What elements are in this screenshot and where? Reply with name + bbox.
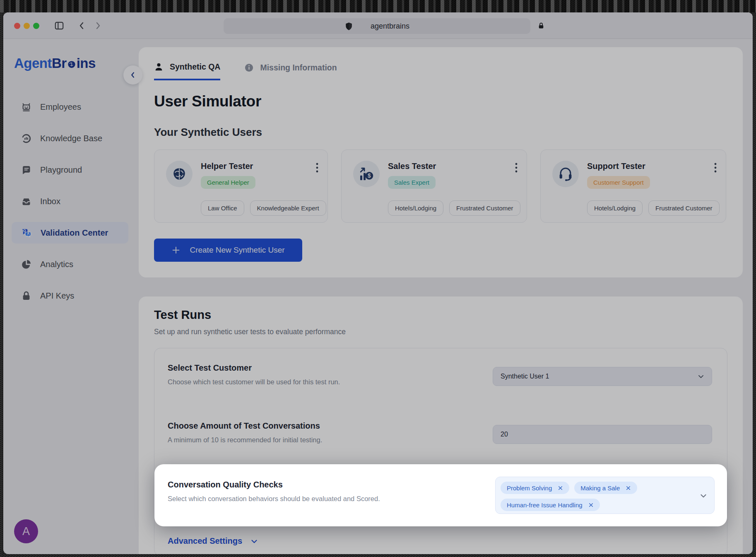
role-badge: Sales Expert <box>388 176 436 189</box>
conversation-amount-input-wrap <box>493 425 712 444</box>
chevron-down-icon <box>250 537 259 546</box>
chevron-down-icon <box>697 372 705 381</box>
sidebar-item-playground[interactable]: Playground <box>12 159 128 181</box>
qa-bubbles-icon: Q A <box>21 227 32 239</box>
zoom-window-button[interactable] <box>33 23 39 29</box>
close-window-button[interactable] <box>14 23 20 29</box>
tab-synthetic-qa[interactable]: Synthetic QA <box>154 62 220 80</box>
address-bar[interactable]: agentbrains <box>224 18 530 34</box>
chip-human-free-issue-handling[interactable]: Human-free Issue Handling <box>501 499 600 511</box>
sidebar-item-employees[interactable]: Employees <box>12 96 128 118</box>
brain-puzzle-icon <box>166 161 193 187</box>
pie-chart-icon <box>21 259 32 270</box>
test-runs-panel: Test Runs Set up and run synthetic user … <box>139 297 743 554</box>
lock-icon <box>21 290 32 301</box>
sidebar-item-inbox[interactable]: Inbox <box>12 190 128 212</box>
role-badge: General Helper <box>201 176 255 189</box>
user-simulator-panel: Synthetic QA Missing Information User Si… <box>139 47 743 277</box>
user-tag: Frustrated Customer <box>449 200 520 216</box>
test-runs-subtitle: Set up and run synthetic user tests to e… <box>154 328 727 336</box>
sidebar-item-label: Playground <box>40 165 82 175</box>
shield-icon[interactable] <box>344 22 353 31</box>
sidebar-nav: Employees Knowledge Base <box>12 96 128 306</box>
remove-chip-icon[interactable] <box>588 502 594 508</box>
user-tag: Knowledgeable Expert <box>250 200 326 216</box>
browser-titlebar: agentbrains <box>3 12 753 39</box>
avatar-initial: A <box>22 525 30 538</box>
sidebar-item-label: Inbox <box>40 197 60 206</box>
sidebar-item-analytics[interactable]: Analytics <box>12 253 128 275</box>
selected-value: Synthetic User 1 <box>501 373 549 380</box>
chevron-down-icon[interactable] <box>699 491 708 500</box>
desktop-background: agentbrains AgentBr ins <box>0 0 756 557</box>
conversation-amount-row: Choose Amount of Test Conversations A mi… <box>154 406 727 464</box>
create-button-label: Create New Synthetic User <box>190 246 284 255</box>
user-tag: Frustrated Customer <box>648 200 720 216</box>
back-icon[interactable] <box>77 20 87 31</box>
chip-label: Problem Solving <box>507 485 552 492</box>
kebab-menu-icon[interactable] <box>515 162 518 173</box>
user-avatar[interactable]: A <box>14 519 38 543</box>
chip-making-a-sale[interactable]: Making a Sale <box>574 482 637 494</box>
tab-bar: Synthetic QA Missing Information <box>154 62 727 80</box>
synthetic-user-card-sales-tester[interactable]: $ Sales Tester Sales Expert <box>341 149 527 223</box>
robot-icon <box>21 101 32 113</box>
sidebar-item-api-keys[interactable]: API Keys <box>12 285 128 306</box>
chip-problem-solving[interactable]: Problem Solving <box>501 482 569 494</box>
sidebar-toggle-icon[interactable] <box>54 20 65 31</box>
svg-text:A: A <box>27 232 29 236</box>
lock-icon <box>537 21 545 30</box>
section-title-synthetic-users: Your Synthetic Users <box>154 126 727 139</box>
create-new-synthetic-user-button[interactable]: Create New Synthetic User <box>154 239 302 262</box>
app-sidebar: AgentBr ins <box>3 39 137 554</box>
synthetic-user-card-support-tester[interactable]: Support Tester Customer Support Hotels/L… <box>540 149 726 223</box>
tab-missing-information[interactable]: Missing Information <box>244 62 337 80</box>
browser-window: agentbrains AgentBr ins <box>3 12 753 554</box>
conversation-quality-checks-row: Conversation Quality Checks Select which… <box>154 464 727 526</box>
tab-label: Missing Information <box>260 63 337 72</box>
synthetic-user-name: Helper Tester <box>201 162 255 171</box>
sidebar-item-label: Validation Center <box>41 228 108 238</box>
chip-label: Human-free Issue Handling <box>507 502 583 509</box>
sidebar-item-label: Analytics <box>40 260 73 269</box>
agentbrains-logo: AgentBr ins <box>14 55 96 71</box>
sidebar-item-knowledge-base[interactable]: Knowledge Base <box>12 128 128 149</box>
user-tag: Hotels/Lodging <box>587 200 643 216</box>
select-test-customer-row: Select Test Customer Choose which test c… <box>154 348 727 406</box>
kebab-menu-icon[interactable] <box>316 162 318 173</box>
user-tag: Law Office <box>201 200 244 216</box>
chat-bubble-icon <box>21 164 32 176</box>
test-customer-select[interactable]: Synthetic User 1 <box>493 367 712 386</box>
sidebar-item-label: Knowledge Base <box>40 134 102 143</box>
minimize-window-button[interactable] <box>24 23 30 29</box>
kebab-menu-icon[interactable] <box>714 162 717 173</box>
synthetic-user-card-helper-tester[interactable]: Helper Tester General Helper Law Office … <box>154 149 328 223</box>
url-text: agentbrains <box>371 22 409 31</box>
test-runs-title: Test Runs <box>154 308 727 322</box>
tab-label: Synthetic QA <box>170 62 220 72</box>
sales-chart-icon: $ <box>353 161 380 187</box>
chevron-left-icon <box>128 70 137 80</box>
conversation-amount-input[interactable] <box>501 431 704 438</box>
page-title: User Simulator <box>154 93 727 110</box>
chip-label: Making a Sale <box>580 485 620 492</box>
plus-icon <box>171 246 181 255</box>
user-tag: Hotels/Lodging <box>388 200 443 216</box>
remove-chip-icon[interactable] <box>626 485 631 491</box>
person-icon <box>154 62 164 72</box>
advanced-settings-toggle[interactable]: Advanced Settings <box>154 526 727 554</box>
svg-text:$: $ <box>368 173 371 179</box>
sidebar-item-validation-center[interactable]: Q A Validation Center <box>12 222 128 244</box>
role-badge: Customer Support <box>587 176 650 189</box>
synthetic-user-name: Sales Tester <box>388 162 436 171</box>
background-noise-band <box>0 0 756 12</box>
logo-part-br: Br <box>52 55 67 71</box>
remove-chip-icon[interactable] <box>558 485 563 491</box>
info-icon <box>244 63 254 72</box>
inbox-tray-icon <box>21 196 32 207</box>
headset-icon <box>552 161 579 187</box>
quality-checks-multiselect[interactable]: Problem Solving Making a Sale <box>495 477 715 514</box>
collapse-sidebar-button[interactable] <box>123 65 142 84</box>
sidebar-item-label: Employees <box>40 102 81 112</box>
forward-icon[interactable] <box>93 20 103 31</box>
